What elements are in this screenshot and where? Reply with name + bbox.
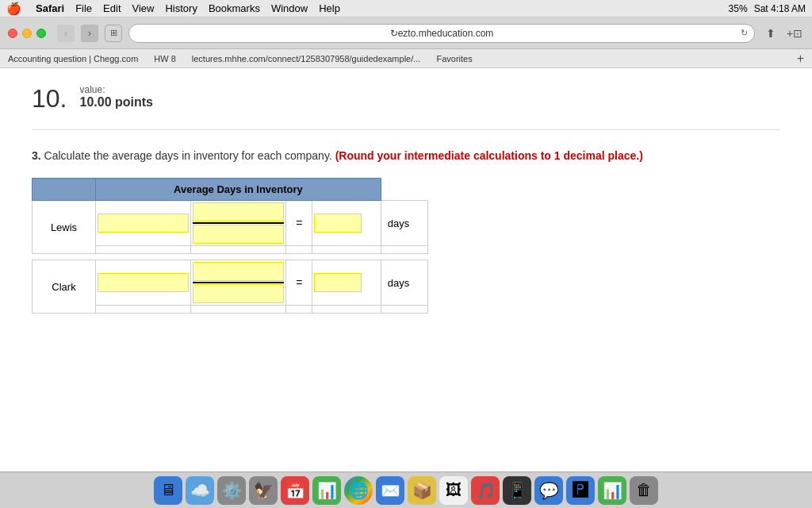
bookmark-hw8[interactable]: HW 8 — [154, 54, 176, 64]
dock-excel[interactable]: 📊 — [598, 476, 626, 505]
bookmark-chegg[interactable]: Accounting question | Chegg.com — [8, 54, 138, 64]
clark-result[interactable] — [312, 260, 381, 306]
lewis-input-1[interactable] — [96, 201, 191, 246]
menu-help[interactable]: Help — [319, 2, 340, 14]
lewis-result[interactable] — [312, 201, 381, 246]
value-label: value: — [79, 84, 152, 95]
toolbar: ‹ › ⊞ ↻ ezto.mheducation.com ↻ ⬆ +⊡ — [0, 17, 812, 49]
url-text: ezto.mheducation.com — [398, 28, 494, 39]
menu-bar: 🍎 Safari File Edit View History Bookmark… — [0, 0, 812, 17]
clock: Sat 4:18 AM — [754, 3, 806, 14]
lewis-days: days — [381, 201, 427, 246]
dock-powerpoint[interactable]: 🅿 — [566, 476, 595, 505]
clark-days: days — [381, 260, 427, 306]
clark-field-2b[interactable] — [193, 284, 284, 303]
menu-history[interactable]: History — [165, 2, 197, 14]
dock-trash[interactable]: 🗑 — [630, 476, 658, 505]
spacer-row — [33, 254, 428, 260]
question-text: 3. Calculate the average days in invento… — [32, 149, 780, 162]
menu-safari[interactable]: Safari — [36, 2, 64, 14]
dock-mail[interactable]: ✉️ — [376, 476, 404, 505]
lewis-field-2a[interactable] — [193, 202, 284, 221]
points-value: 10.00 points — [79, 95, 152, 110]
lewis-result-field[interactable] — [314, 214, 362, 233]
clark-result-field[interactable] — [314, 273, 362, 292]
add-bookmark-button[interactable]: + — [797, 52, 804, 66]
lewis-row-1: Lewis = days — [33, 201, 428, 246]
dock-safari-cloud[interactable]: ☁️ — [186, 476, 214, 505]
menu-edit[interactable]: Edit — [103, 2, 121, 14]
lewis-divider — [193, 222, 284, 224]
clark-divider — [193, 282, 284, 283]
lewis-input-2[interactable] — [191, 201, 286, 246]
clark-row-1: Clark = days — [33, 260, 428, 306]
table-header-title: Average Days in Inventory — [96, 179, 381, 201]
dock-messages[interactable]: 💬 — [534, 476, 563, 505]
new-tab-button[interactable]: +⊡ — [785, 24, 804, 43]
battery-status: 35% — [729, 3, 748, 14]
dock-chrome[interactable]: 🌐 — [344, 476, 373, 505]
lewis-label: Lewis — [33, 201, 96, 254]
main-content: 10. value: 10.00 points 3. Calculate the… — [0, 68, 812, 471]
dock-photos[interactable]: 🖼 — [439, 476, 468, 505]
sub-number: 3. — [32, 149, 41, 162]
table-header-empty — [33, 179, 96, 201]
traffic-lights — [8, 29, 46, 38]
clark-equals: = — [286, 260, 312, 306]
lewis-equals: = — [286, 201, 312, 246]
back-button[interactable]: ‹ — [57, 25, 75, 42]
dock-appstore[interactable]: 📱 — [503, 476, 531, 505]
menu-view[interactable]: View — [132, 2, 155, 14]
dock: 🖥 ☁️ ⚙️ 🦅 📅 📊 🌐 ✉️ 📦 🖼 🎵 📱 💬 🅿 📊 🗑 — [0, 471, 812, 508]
inventory-table: Average Days in Inventory Lewis = — [32, 178, 428, 314]
question-header: 10. value: 10.00 points — [32, 84, 780, 114]
close-button[interactable] — [8, 29, 17, 38]
lewis-field-1[interactable] — [98, 214, 189, 233]
dock-notes[interactable]: 📦 — [408, 476, 436, 505]
forward-button[interactable]: › — [81, 25, 98, 42]
header-divider — [32, 129, 780, 130]
share-button[interactable]: ⬆ — [761, 24, 780, 43]
dock-finder[interactable]: 🖥 — [154, 476, 182, 505]
dock-launchpad[interactable]: 🦅 — [249, 476, 278, 505]
question-meta: value: 10.00 points — [79, 84, 152, 110]
address-bar[interactable]: ↻ ezto.mheducation.com ↻ — [128, 24, 755, 43]
maximize-button[interactable] — [36, 29, 46, 38]
bookmarks-bar: Accounting question | Chegg.com HW 8 lec… — [0, 49, 812, 68]
question-number: 10. — [32, 84, 67, 114]
bookmark-lectures[interactable]: lectures.mhhe.com/connect/1258307958/gui… — [192, 54, 421, 64]
toolbar-actions: ⬆ +⊡ — [761, 24, 804, 43]
clark-input-2[interactable] — [191, 260, 286, 306]
loading-indicator: ↻ — [390, 28, 398, 39]
reload-icon[interactable]: ↻ — [741, 28, 748, 38]
menubar-status: 35% Sat 4:18 AM — [729, 3, 806, 14]
minimize-button[interactable] — [22, 29, 32, 38]
dock-calendar[interactable]: 📅 — [281, 476, 309, 505]
clark-label: Clark — [33, 260, 96, 314]
dock-system-prefs[interactable]: ⚙️ — [217, 476, 246, 505]
highlight-text: (Round your intermediate calculations to… — [335, 149, 643, 162]
menu-window[interactable]: Window — [271, 2, 308, 14]
lewis-field-2b[interactable] — [193, 225, 284, 244]
tab-overview-button[interactable]: ⊞ — [105, 25, 122, 42]
dock-numbers[interactable]: 📊 — [312, 476, 341, 505]
menu-file[interactable]: File — [75, 2, 92, 14]
bookmark-favorites[interactable]: Favorites — [436, 54, 472, 64]
menu-bookmarks[interactable]: Bookmarks — [209, 2, 260, 14]
clark-field-1[interactable] — [98, 273, 189, 292]
dock-music[interactable]: 🎵 — [471, 476, 500, 505]
clark-input-1[interactable] — [96, 260, 191, 306]
apple-menu[interactable]: 🍎 — [6, 2, 21, 16]
clark-field-2a[interactable] — [193, 262, 284, 281]
